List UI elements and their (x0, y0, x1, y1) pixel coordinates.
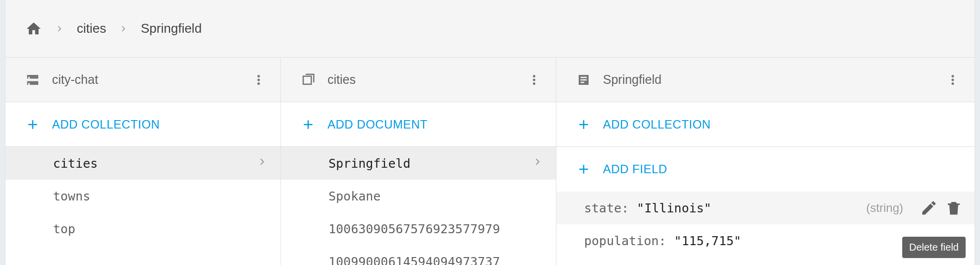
database-viewer: cities Springfield city-chat ADD COLLECT… (5, 0, 975, 265)
field-value: "115,715" (674, 234, 741, 248)
add-subcollection-label: ADD COLLECTION (603, 118, 711, 132)
chevron-right-icon (256, 155, 269, 171)
document-title: Springfield (603, 72, 941, 87)
add-document-button[interactable]: ADD DOCUMENT (281, 102, 556, 147)
collection-item-label: top (53, 222, 269, 236)
documents-list: Springfield Spokane 10063090567576923577… (281, 147, 556, 265)
add-subcollection-button[interactable]: ADD COLLECTION (556, 102, 975, 147)
plus-icon (301, 117, 316, 132)
home-icon[interactable] (25, 20, 42, 37)
breadcrumb-collection[interactable]: cities (77, 21, 106, 36)
collections-list: cities towns top (5, 147, 280, 265)
plus-icon (25, 117, 40, 132)
chevron-right-icon (531, 155, 544, 171)
add-collection-button[interactable]: ADD COLLECTION (5, 102, 280, 147)
field-type: (string) (866, 201, 903, 215)
collection-panel: cities ADD DOCUMENT Springfield Spokane (281, 58, 556, 265)
add-document-label: ADD DOCUMENT (327, 118, 428, 132)
breadcrumb-document[interactable]: Springfield (141, 21, 202, 36)
add-collection-label: ADD COLLECTION (52, 118, 160, 132)
collection-panel-header: cities (281, 58, 556, 102)
plus-icon (576, 162, 591, 177)
document-item[interactable]: Spokane (281, 180, 556, 212)
field-key: state (584, 201, 621, 215)
collection-menu-button[interactable] (522, 68, 546, 92)
more-vert-icon (251, 72, 266, 87)
document-panel-header: Springfield (556, 58, 975, 102)
document-item-label: Spokane (328, 189, 544, 203)
document-item-label: Springfield (328, 156, 531, 171)
project-panel-header: city-chat (5, 58, 280, 102)
project-panel: city-chat ADD COLLECTION cities towns to (5, 58, 281, 265)
field-key: population (584, 234, 659, 248)
field-row[interactable]: state: "Illinois" (string) (556, 192, 975, 224)
data-columns: city-chat ADD COLLECTION cities towns to (5, 58, 975, 265)
project-menu-button[interactable] (247, 68, 271, 92)
database-icon (25, 72, 40, 87)
document-item[interactable]: Springfield (281, 147, 556, 180)
collection-icon (301, 72, 316, 87)
plus-icon (576, 117, 591, 132)
collection-item-label: towns (53, 189, 269, 203)
chevron-right-icon (118, 23, 129, 34)
delete-icon[interactable] (945, 199, 963, 217)
add-field-button[interactable]: ADD FIELD (556, 147, 975, 192)
delete-field-tooltip: Delete field (902, 237, 966, 258)
collection-item[interactable]: cities (5, 147, 280, 180)
collection-item-label: cities (53, 156, 256, 171)
collection-item[interactable]: top (5, 212, 280, 245)
breadcrumb: cities Springfield (5, 0, 975, 58)
document-item-label: 10099000614594094973737 (328, 255, 544, 265)
more-vert-icon (527, 72, 542, 87)
document-item-label: 10063090567576923577979 (328, 222, 544, 236)
field-colon: : (659, 234, 666, 248)
add-field-label: ADD FIELD (603, 162, 667, 176)
document-item[interactable]: 10063090567576923577979 (281, 212, 556, 245)
document-menu-button[interactable] (941, 68, 965, 92)
document-item[interactable]: 10099000614594094973737 (281, 245, 556, 265)
collection-item[interactable]: towns (5, 180, 280, 212)
edit-icon[interactable] (920, 199, 938, 217)
more-vert-icon (945, 72, 960, 87)
field-value: "Illinois" (637, 201, 711, 215)
project-title: city-chat (52, 72, 247, 87)
collection-title: cities (327, 72, 522, 87)
document-panel: Springfield ADD COLLECTION ADD FIELD sta… (556, 58, 975, 265)
document-icon (576, 72, 591, 87)
field-colon: : (621, 201, 629, 215)
chevron-right-icon (54, 23, 65, 34)
